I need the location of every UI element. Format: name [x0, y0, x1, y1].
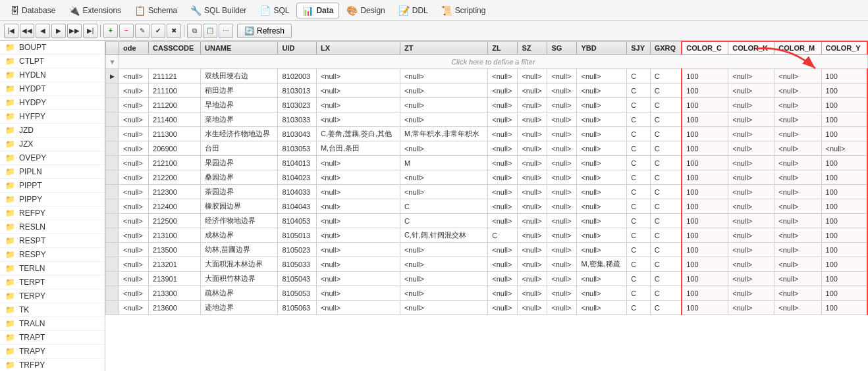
sidebar-item-refpy[interactable]: 📁REFPY — [0, 207, 105, 220]
col-header-gxrq[interactable]: GXRQ — [650, 41, 682, 55]
sidebar-item-ovepy[interactable]: 📁OVEPY — [0, 151, 105, 165]
cell-lx: <null> — [316, 272, 400, 286]
table-row[interactable]: <null>213201大面积混木林边界8105033<null><null><… — [106, 257, 868, 272]
col-header-zt[interactable]: ZT — [400, 41, 487, 55]
cell-color-k: <null> — [728, 301, 774, 315]
table-row[interactable]: <null>212300茶园边界8104033<null><null><null… — [106, 185, 868, 199]
nav-next-button[interactable]: ▶ — [51, 24, 66, 38]
cell-ybd: <null> — [577, 243, 627, 257]
nav-paste-button[interactable]: 📋 — [203, 24, 217, 38]
table-row[interactable]: <null>212200桑园边界8104023<null><null><null… — [106, 170, 868, 185]
sidebar-item-tk[interactable]: 📁TK — [0, 303, 105, 317]
col-header-uid[interactable]: UID — [278, 41, 317, 55]
col-header-casscode[interactable]: CASSCODE — [149, 41, 201, 55]
nav-last-button[interactable]: ▶| — [83, 24, 97, 38]
toolbar-tab-extensions[interactable]: 🔌 Extensions — [63, 3, 127, 18]
sidebar-item-terpt[interactable]: 📁TERPT — [0, 276, 105, 289]
table-row[interactable]: <null>211300水生经济作物地边界8103043C,姜角,莲藕,茭白,其… — [106, 127, 868, 141]
toolbar-tab-ddl[interactable]: 📝 DDL — [393, 3, 434, 18]
nav-next-page-button[interactable]: ▶▶ — [67, 24, 82, 38]
sidebar-item-hydln[interactable]: 📁HYDLN — [0, 68, 105, 82]
cell-sjy: C — [627, 141, 650, 156]
sidebar-item-boupt[interactable]: 📁BOUPT — [0, 41, 105, 55]
table-row[interactable]: <null>213100成林边界8105013<null>C,针,阔,针阔混交林… — [106, 228, 868, 243]
cell-gxrq: C — [650, 112, 682, 127]
nav-edit-button[interactable]: ✎ — [135, 24, 149, 38]
row-indicator — [106, 170, 119, 185]
table-row[interactable]: <null>211200旱地边界8103023<null><null><null… — [106, 98, 868, 112]
cell-color-c: 100 — [682, 84, 728, 98]
table-row[interactable]: ▶<null>211121双线田埂右边8102003<null><null><n… — [106, 69, 868, 84]
cell-zt: <null> — [400, 69, 487, 84]
toolbar-tab-database[interactable]: 🗄 Database — [4, 3, 61, 18]
sidebar-item-trfpy[interactable]: 📁TRFPY — [0, 359, 105, 371]
sidebar-item-jzx[interactable]: 📁JZX — [0, 137, 105, 151]
cell-uname: 疏林边界 — [201, 286, 278, 301]
sidebar-item-trapt[interactable]: 📁TRAPT — [0, 331, 105, 345]
table-row[interactable]: <null>212500经济作物地边界8104053<null>C<null><… — [106, 214, 868, 228]
sidebar-item-pipln[interactable]: 📁PIPLN — [0, 165, 105, 179]
toolbar-tab-design[interactable]: 🎨 Design — [340, 3, 391, 18]
col-header-sz[interactable]: SZ — [518, 41, 547, 55]
toolbar-tab-data[interactable]: 📊 Data — [296, 3, 339, 18]
sidebar-item-respt[interactable]: 📁RESPT — [0, 234, 105, 248]
col-header-color-y[interactable]: COLOR_Y — [821, 41, 867, 55]
nav-first-button[interactable]: |◀ — [4, 24, 18, 38]
nav-copy-button[interactable]: ⧉ — [187, 24, 202, 38]
sidebar-item-respy[interactable]: 📁RESPY — [0, 248, 105, 262]
toolbar-tab-schema[interactable]: 📋 Schema — [128, 3, 183, 18]
sidebar-item-label: HYDPT — [19, 84, 46, 93]
sidebar-item-terln[interactable]: 📁TERLN — [0, 262, 105, 276]
table-row[interactable]: <null>211400菜地边界8103033<null><null><null… — [106, 112, 868, 127]
cell-sjy: C — [627, 127, 650, 141]
col-header-ybd[interactable]: YBD — [577, 41, 627, 55]
cell-casscode: 213600 — [149, 301, 201, 315]
nav-more-button[interactable]: ⋯ — [219, 24, 233, 38]
nav-prev-page-button[interactable]: ◀◀ — [20, 24, 34, 38]
table-row[interactable]: <null>213300疏林边界8105053<null><null><null… — [106, 286, 868, 301]
sidebar-item-jzd[interactable]: 📁JZD — [0, 124, 105, 137]
col-header-color-k[interactable]: COLOR_K — [728, 41, 774, 55]
nav-prev-button[interactable]: ◀ — [36, 24, 50, 38]
toolbar-tab-sql[interactable]: 📄 SQL — [254, 3, 295, 18]
table-row[interactable]: <null>206900台田8103053M,台田,条田<null><null>… — [106, 141, 868, 156]
table-row[interactable]: <null>213600迹地边界8105063<null><null><null… — [106, 301, 868, 315]
sidebar-item-ctlpt[interactable]: 📁CTLPT — [0, 55, 105, 68]
sidebar-item-pippy[interactable]: 📁PIPPY — [0, 193, 105, 207]
table-row[interactable]: <null>213901大面积竹林边界8105043<null><null><n… — [106, 272, 868, 286]
table-row[interactable]: <null>212100果园边界8104013<null>M<null><nul… — [106, 156, 868, 170]
toolbar-tab-scripting[interactable]: 📜 Scripting — [435, 3, 492, 18]
col-header-sjy[interactable]: SJY — [627, 41, 650, 55]
sidebar-item-terpy[interactable]: 📁TERPY — [0, 289, 105, 303]
sidebar-item-traln[interactable]: 📁TRALN — [0, 317, 105, 331]
sidebar-item-resln[interactable]: 📁RESLN — [0, 220, 105, 234]
col-header-lx[interactable]: LX — [316, 41, 400, 55]
nav-cancel-button[interactable]: ✖ — [167, 24, 181, 38]
sidebar-item-trapy[interactable]: 📁TRAPY — [0, 345, 105, 359]
col-header-color-c[interactable]: COLOR_C — [682, 41, 728, 55]
col-header-sg[interactable]: SG — [547, 41, 577, 55]
cell-zl: <null> — [488, 84, 518, 98]
nav-delete-button[interactable]: − — [119, 24, 134, 38]
nav-save-button[interactable]: ✔ — [151, 24, 165, 38]
table-row[interactable]: <null>212400橡胶园边界8104043<null>C<null><nu… — [106, 199, 868, 214]
nav-add-button[interactable]: + — [103, 24, 118, 38]
table-row[interactable]: <null>213500幼林,苗圃边界8105023<null><null><n… — [106, 243, 868, 257]
cell-color-k: <null> — [728, 228, 774, 243]
refresh-button[interactable]: 🔄 Refresh — [237, 24, 292, 38]
sidebar-item-hyfpy[interactable]: 📁HYFPY — [0, 110, 105, 124]
table-row[interactable]: <null>211100稻田边界8103013<null><null><null… — [106, 84, 868, 98]
col-header-color-m[interactable]: COLOR_M — [774, 41, 821, 55]
filter-row[interactable]: ▼ Click here to define a filter — [106, 55, 868, 69]
col-header-uname[interactable]: UNAME — [201, 41, 278, 55]
table-area[interactable]: odeCASSCODEUNAMEUIDLXZTZLSZSGYBDSJYGXRQC… — [105, 41, 868, 371]
sidebar-item-pippt[interactable]: 📁PIPPT — [0, 179, 105, 193]
sidebar-item-hydpy[interactable]: 📁HYDPY — [0, 96, 105, 110]
filter-hint[interactable]: Click here to define a filter — [119, 55, 868, 69]
cell-sz: <null> — [518, 98, 547, 112]
sidebar-item-hydpt[interactable]: 📁HYDPT — [0, 82, 105, 96]
col-header-ode[interactable]: ode — [119, 41, 149, 55]
col-header-zl[interactable]: ZL — [488, 41, 518, 55]
toolbar-tab-sql-builder[interactable]: 🔧 SQL Builder — [184, 3, 252, 18]
folder-icon: 📁 — [5, 360, 15, 370]
